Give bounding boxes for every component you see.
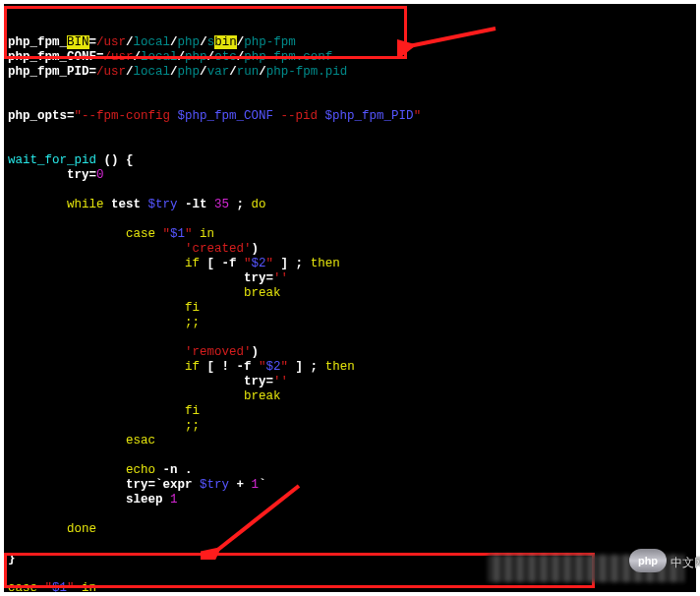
code-line: 'removed') — [8, 345, 692, 360]
code-line: php_fpm_PID=/usr/local/php/var/run/php-f… — [8, 65, 692, 80]
code-token: bin — [214, 35, 237, 49]
code-token: = — [89, 168, 97, 182]
code-token — [193, 227, 201, 241]
code-token: try — [126, 478, 148, 492]
code-token: try — [244, 271, 266, 285]
code-token: / — [134, 50, 142, 64]
code-line — [8, 139, 692, 153]
watermark-text: 中文网 — [671, 557, 700, 568]
code-token: $2 — [266, 360, 281, 374]
code-token: " — [67, 581, 75, 595]
code-token — [8, 478, 126, 492]
code-token: () — [104, 153, 119, 167]
code-token: / — [126, 35, 134, 49]
code-token: = — [266, 271, 274, 285]
code-token — [8, 493, 126, 507]
code-token — [8, 360, 185, 374]
code-token: ;; — [8, 419, 200, 433]
code-line — [8, 124, 692, 139]
code-token — [8, 404, 185, 418]
code-token: try — [244, 375, 266, 388]
code-line: if [ ! -f "$2" ] ; then — [8, 360, 692, 375]
code-token: ) — [252, 345, 260, 359]
code-line: if [ -f "$2" ] ; then — [8, 257, 692, 271]
code-token: $1 — [52, 581, 67, 595]
code-token: { — [119, 153, 134, 167]
code-token — [75, 581, 83, 595]
code-token: php-fpm.pid — [266, 65, 348, 79]
code-token: test — [104, 198, 148, 211]
code-token: " — [414, 109, 422, 123]
code-token: " — [266, 257, 274, 270]
code-line — [8, 212, 692, 227]
code-token — [8, 227, 126, 241]
code-line: fi — [8, 301, 692, 316]
code-token: = — [67, 109, 75, 123]
code-line — [8, 183, 692, 198]
code-token: try — [67, 168, 89, 182]
code-token: ` — [259, 478, 266, 492]
code-token — [8, 271, 244, 285]
code-token — [8, 522, 67, 536]
code-token — [8, 168, 67, 182]
code-token: done — [67, 522, 96, 536]
code-token: / — [170, 35, 178, 49]
code-token: local — [134, 35, 171, 49]
code-line: break — [8, 286, 692, 301]
code-token: / — [178, 50, 186, 64]
code-token — [8, 286, 244, 300]
code-token — [8, 389, 244, 403]
code-token: / — [259, 65, 266, 79]
code-line — [8, 507, 692, 522]
code-line: echo -n . — [8, 463, 692, 478]
code-token: ) — [252, 242, 260, 256]
code-line: done — [8, 522, 692, 537]
code-line: php_fpm_CONF=/usr/local/php/etc/php-fpm.… — [8, 50, 692, 65]
code-line: fi — [8, 404, 692, 419]
code-token: /usr — [104, 50, 134, 64]
code-line: php_opts="--fpm-config $php_fpm_CONF --p… — [8, 109, 692, 124]
code-token — [8, 375, 244, 388]
code-token — [8, 345, 185, 359]
code-token: case — [126, 227, 155, 241]
code-token: [ -f — [200, 257, 244, 270]
code-token: BIN — [67, 35, 89, 49]
code-line: php_fpm_BIN=/usr/local/php/sbin/php-fpm — [8, 35, 692, 50]
code-token: then — [311, 257, 340, 270]
code-token: -lt — [178, 198, 215, 211]
code-token: php_fpm_PID — [8, 65, 89, 79]
code-token: 1 — [170, 493, 178, 507]
code-line: break — [8, 389, 692, 404]
code-token: then — [325, 360, 355, 374]
code-token: / — [200, 35, 207, 49]
code-token: esac — [126, 434, 155, 447]
code-token: local — [134, 65, 171, 79]
terminal[interactable]: php_fpm_BIN=/usr/local/php/sbin/php-fpmp… — [4, 4, 696, 592]
code-token: $try — [148, 198, 178, 211]
code-token: if — [185, 257, 200, 270]
code-token: php — [185, 50, 207, 64]
code-content: php_fpm_BIN=/usr/local/php/sbin/php-fpmp… — [8, 35, 692, 596]
code-line: case "$1" in — [8, 227, 692, 242]
code-token: ] ; — [273, 257, 311, 270]
code-token: ] ; — [288, 360, 325, 374]
code-line — [8, 448, 692, 463]
code-token: " — [244, 257, 252, 270]
code-token: $1 — [170, 227, 185, 241]
code-line — [8, 537, 692, 552]
code-token: '' — [273, 271, 288, 285]
code-token: wait_for_pid — [8, 153, 104, 167]
code-token: fi — [185, 301, 200, 315]
code-line: while test $try -lt 35 ; do — [8, 198, 692, 212]
code-token: =` — [148, 478, 163, 492]
code-token: sleep — [126, 493, 163, 507]
code-token: php-fpm.conf — [244, 50, 332, 64]
code-token: 'removed' — [185, 345, 252, 359]
code-token: 1 — [252, 478, 260, 492]
code-token: = — [89, 35, 97, 49]
code-token: do — [252, 198, 266, 211]
code-token: " — [185, 227, 193, 241]
code-token: ; — [229, 198, 252, 211]
code-token: = — [96, 50, 104, 64]
code-token: / — [170, 65, 178, 79]
